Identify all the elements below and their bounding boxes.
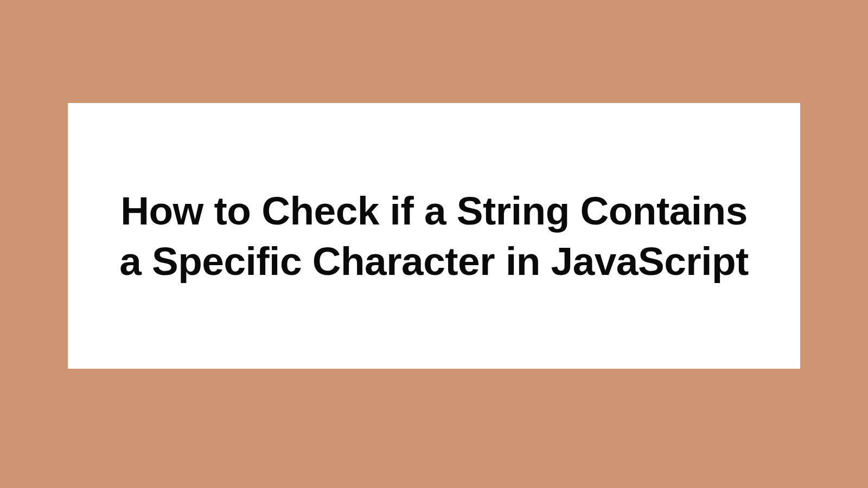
content-card: How to Check if a String Contains a Spec… [68,103,800,369]
page-title: How to Check if a String Contains a Spec… [111,185,757,287]
